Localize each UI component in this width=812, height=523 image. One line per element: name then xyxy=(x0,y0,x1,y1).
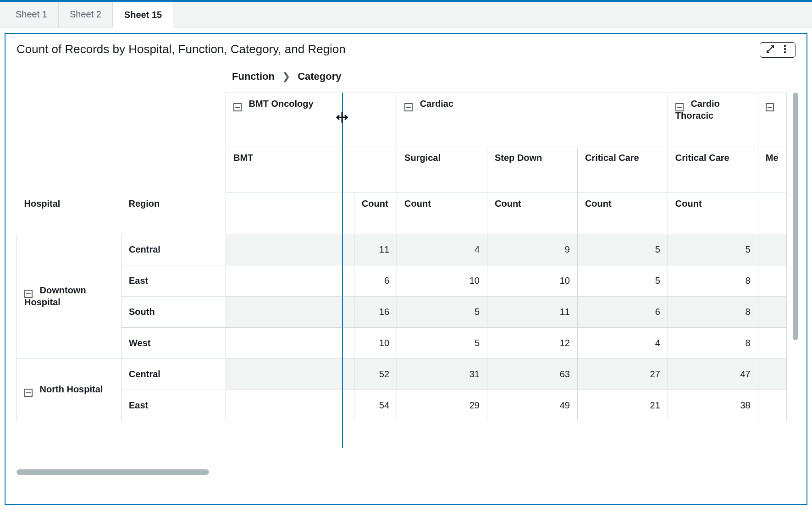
data-cell[interactable]: 10 xyxy=(487,265,578,297)
data-cell[interactable]: 10 xyxy=(354,328,397,359)
breadcrumb-function[interactable]: Function xyxy=(232,71,275,82)
metric-header xyxy=(758,193,786,234)
data-cell xyxy=(226,328,354,359)
data-cell[interactable]: 11 xyxy=(487,297,578,328)
data-cell[interactable]: 52 xyxy=(354,359,397,390)
data-cell[interactable]: 8 xyxy=(668,328,758,359)
metric-header: Count xyxy=(487,193,578,234)
vertical-scrollbar[interactable] xyxy=(793,93,798,340)
collapse-icon[interactable] xyxy=(404,103,413,111)
panel-title: Count of Records by Hospital, Function, … xyxy=(17,42,760,56)
data-cell xyxy=(226,265,354,297)
data-cell[interactable]: 29 xyxy=(397,390,487,421)
tab-sheet-15[interactable]: Sheet 15 xyxy=(113,2,173,28)
metric-header: Count xyxy=(668,193,758,234)
data-cell[interactable] xyxy=(758,297,786,328)
vertical-dots-icon xyxy=(784,44,786,56)
tab-sheet-1[interactable]: Sheet 1 xyxy=(5,2,59,27)
collapse-icon[interactable] xyxy=(675,103,684,111)
function-header-truncated[interactable] xyxy=(758,93,786,147)
row-hospital-north[interactable]: North Hospital xyxy=(17,359,122,421)
column-hierarchy-breadcrumb: Function ❯ Category xyxy=(232,71,795,83)
category-header-bmt[interactable]: BMT xyxy=(226,147,397,193)
data-cell[interactable]: 4 xyxy=(397,234,487,265)
metric-header: Count xyxy=(577,193,668,234)
tab-sheet-2[interactable]: Sheet 2 xyxy=(59,2,113,27)
data-cell[interactable] xyxy=(758,359,786,390)
function-header-cardiac[interactable]: Cardiac xyxy=(397,93,668,147)
data-cell[interactable]: 27 xyxy=(577,359,668,390)
data-cell[interactable]: 9 xyxy=(487,234,578,265)
svg-point-1 xyxy=(784,48,786,50)
panel-controls xyxy=(760,42,795,58)
category-header-me[interactable]: Me xyxy=(758,147,786,193)
metric-header: Count xyxy=(397,193,487,234)
column-resize-handle[interactable] xyxy=(334,109,350,126)
function-header-cardio-thoracic[interactable]: Cardio Thoracic xyxy=(668,93,758,147)
data-cell[interactable]: 6 xyxy=(577,297,668,328)
collapse-icon[interactable] xyxy=(24,290,33,298)
horizontal-scrollbar[interactable] xyxy=(17,469,209,475)
data-cell[interactable]: 21 xyxy=(577,390,668,421)
data-cell[interactable] xyxy=(758,234,786,265)
function-label: BMT Oncology xyxy=(249,99,314,109)
data-cell[interactable]: 16 xyxy=(354,297,397,328)
data-cell[interactable]: 63 xyxy=(487,359,578,390)
data-cell[interactable] xyxy=(758,265,786,297)
row-axis-hospital[interactable]: Hospital xyxy=(17,193,122,234)
data-cell[interactable]: 10 xyxy=(397,265,487,297)
chevron-right-icon: ❯ xyxy=(282,71,290,82)
data-cell[interactable]: 5 xyxy=(577,265,668,297)
data-cell[interactable]: 5 xyxy=(397,328,487,359)
metric-header: Count xyxy=(354,193,397,234)
data-cell[interactable]: 6 xyxy=(354,265,397,297)
row-region[interactable]: South xyxy=(122,297,226,328)
row-region[interactable]: East xyxy=(122,265,226,297)
data-cell[interactable]: 49 xyxy=(487,390,578,421)
category-header-surgical[interactable]: Surgical xyxy=(397,147,487,193)
expand-button[interactable] xyxy=(765,44,776,55)
data-cell[interactable]: 38 xyxy=(668,390,758,421)
row-region[interactable]: Central xyxy=(122,234,226,265)
data-cell xyxy=(226,297,354,328)
data-cell[interactable]: 8 xyxy=(668,265,758,297)
collapse-icon[interactable] xyxy=(766,103,774,111)
data-cell[interactable]: 47 xyxy=(668,359,758,390)
category-header-critical-care[interactable]: Critical Care xyxy=(577,147,668,193)
expand-icon xyxy=(766,44,775,56)
column-resize-guide xyxy=(342,93,343,448)
data-cell xyxy=(226,390,354,421)
hospital-label: Downtown Hospital xyxy=(24,285,86,307)
row-region[interactable]: West xyxy=(122,328,226,359)
data-cell xyxy=(226,234,354,265)
svg-point-0 xyxy=(784,44,786,46)
row-hospital-downtown[interactable]: Downtown Hospital xyxy=(17,234,122,359)
row-region[interactable]: Central xyxy=(122,359,226,390)
visual-panel: Count of Records by Hospital, Function, … xyxy=(5,33,807,505)
svg-point-2 xyxy=(784,51,786,53)
row-region[interactable]: East xyxy=(122,390,226,421)
function-header-bmt-oncology[interactable]: BMT Oncology xyxy=(226,93,397,147)
data-cell[interactable]: 12 xyxy=(487,328,578,359)
more-menu-button[interactable] xyxy=(779,44,790,55)
category-header-critical-care-2[interactable]: Critical Care xyxy=(668,147,758,193)
data-cell[interactable]: 8 xyxy=(668,297,758,328)
data-cell[interactable]: 11 xyxy=(354,234,397,265)
data-cell[interactable]: 31 xyxy=(397,359,487,390)
data-cell[interactable]: 5 xyxy=(397,297,487,328)
breadcrumb-category[interactable]: Category xyxy=(298,71,341,82)
data-cell[interactable]: 5 xyxy=(577,234,668,265)
pivot-area: BMT Oncology Cardiac Cardio Thoracic xyxy=(17,93,795,473)
row-axis-region[interactable]: Region xyxy=(122,193,226,234)
category-header-step-down[interactable]: Step Down xyxy=(487,147,578,193)
data-cell[interactable]: 4 xyxy=(577,328,668,359)
collapse-icon[interactable] xyxy=(24,389,33,397)
data-cell[interactable]: 54 xyxy=(354,390,397,421)
metric-spacer xyxy=(226,193,354,234)
data-cell[interactable] xyxy=(758,390,786,421)
data-cell xyxy=(226,359,354,390)
collapse-icon[interactable] xyxy=(233,103,242,111)
data-cell[interactable] xyxy=(758,328,786,359)
data-cell[interactable]: 5 xyxy=(668,234,758,265)
hospital-label: North Hospital xyxy=(40,384,103,394)
